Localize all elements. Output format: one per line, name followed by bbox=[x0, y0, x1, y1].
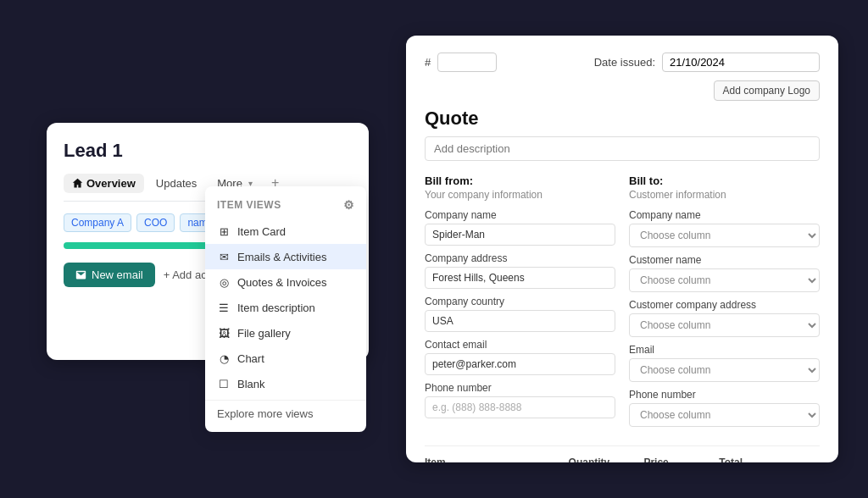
form-group-email-from: Contact email bbox=[425, 339, 615, 375]
header-total: Total bbox=[719, 456, 787, 462]
bill-from-section: Bill from: Your company information Comp… bbox=[425, 174, 615, 434]
input-address-from[interactable] bbox=[425, 267, 615, 289]
label-email-from: Contact email bbox=[425, 339, 615, 351]
quote-logo-row: Add company Logo bbox=[425, 80, 820, 101]
form-group-phone-to: Phone number Choose column bbox=[629, 389, 820, 427]
label-phone-to: Phone number bbox=[629, 389, 820, 401]
quote-number-input[interactable] bbox=[437, 53, 497, 72]
label-country-from: Company country bbox=[425, 296, 615, 307]
quote-title: Quote bbox=[425, 108, 820, 130]
items-header: Item Quantity Price Total bbox=[425, 456, 820, 462]
dropdown-item-chart-label: Chart bbox=[237, 352, 264, 365]
date-input[interactable] bbox=[662, 53, 820, 72]
dropdown-item-files[interactable]: 🖼 File gallery bbox=[205, 320, 366, 346]
label-company-name-from: Company name bbox=[425, 209, 615, 221]
dropdown-item-quotes-label: Quotes & Invoices bbox=[237, 276, 327, 289]
input-phone-from[interactable] bbox=[425, 396, 615, 418]
select-customer-name-to[interactable]: Choose column bbox=[629, 268, 820, 292]
bill-row: Bill from: Your company information Comp… bbox=[425, 174, 820, 434]
select-phone-to[interactable]: Choose column bbox=[629, 403, 820, 427]
form-group-email-to: Email Choose column bbox=[629, 344, 820, 382]
label-email-to: Email bbox=[629, 344, 820, 356]
header-quantity: Quantity bbox=[569, 456, 637, 462]
chart-icon: ◔ bbox=[217, 351, 231, 365]
dropdown-item-description-label: Item description bbox=[237, 302, 315, 314]
form-group-customer-address-to: Customer company address Choose column bbox=[629, 299, 820, 337]
dropdown-item-chart[interactable]: ◔ Chart bbox=[205, 346, 366, 371]
explore-more-views[interactable]: Explore more views bbox=[205, 400, 366, 423]
blank-icon: ☐ bbox=[217, 377, 231, 390]
file-icon: 🖼 bbox=[217, 326, 231, 340]
input-company-name-from[interactable] bbox=[425, 224, 615, 246]
desc-icon: ☰ bbox=[217, 301, 231, 314]
input-country-from[interactable] bbox=[425, 310, 615, 332]
header-item: Item bbox=[425, 456, 562, 462]
form-group-company-name-to: Company name Choose column bbox=[629, 209, 820, 247]
bill-to-section: Bill to: Customer information Company na… bbox=[629, 174, 820, 434]
input-email-from[interactable] bbox=[425, 353, 615, 375]
tag-role: COO bbox=[136, 213, 175, 232]
dropdown-item-files-label: File gallery bbox=[237, 327, 291, 340]
tab-overview[interactable]: Overview bbox=[64, 174, 144, 193]
label-customer-name-to: Customer name bbox=[629, 254, 820, 266]
form-group-customer-name-to: Customer name Choose column bbox=[629, 254, 820, 292]
dropdown-item-emails[interactable]: ✉ Emails & Activities bbox=[205, 244, 366, 269]
bill-from-subtitle: Your company information bbox=[425, 189, 615, 201]
dropdown-item-blank[interactable]: ☐ Blank bbox=[205, 371, 366, 396]
card-icon: ⊞ bbox=[217, 224, 231, 238]
email-icon: ✉ bbox=[217, 250, 231, 263]
settings-icon[interactable]: ⚙ bbox=[343, 198, 355, 212]
select-company-name-to[interactable]: Choose column bbox=[629, 224, 820, 247]
form-group-phone-from: Phone number bbox=[425, 382, 615, 418]
bill-to-title: Bill to: bbox=[629, 174, 820, 187]
form-group-company-name-from: Company name bbox=[425, 209, 615, 246]
dropdown-item-quotes[interactable]: ◎ Quotes & Invoices bbox=[205, 269, 366, 295]
label-address-from: Company address bbox=[425, 252, 615, 264]
form-group-country-from: Company country bbox=[425, 296, 615, 332]
dropdown-item-card[interactable]: ⊞ Item Card bbox=[205, 219, 366, 244]
header-delete bbox=[794, 456, 820, 462]
quote-top-row: # Date issued: bbox=[425, 53, 820, 72]
new-email-label: New email bbox=[92, 268, 143, 281]
dropdown-item-blank-label: Blank bbox=[237, 378, 265, 390]
select-email-to[interactable]: Choose column bbox=[629, 358, 820, 382]
lead-title: Lead 1 bbox=[64, 140, 352, 162]
dropdown-header: Item views ⚙ bbox=[205, 195, 366, 219]
new-email-button[interactable]: New email bbox=[64, 263, 155, 287]
items-section: Item Quantity Price Total $0 🗑 + Add lin… bbox=[425, 445, 820, 462]
tab-updates[interactable]: Updates bbox=[147, 174, 205, 193]
explore-more-label: Explore more views bbox=[217, 407, 313, 420]
quote-panel: # Date issued: Add company Logo Quote Bi… bbox=[406, 36, 838, 462]
quote-number-label: # bbox=[425, 56, 431, 69]
bill-to-subtitle: Customer information bbox=[629, 189, 820, 201]
date-label: Date issued: bbox=[594, 56, 655, 69]
quote-description-input[interactable] bbox=[425, 136, 820, 161]
bill-from-title: Bill from: bbox=[425, 174, 615, 187]
date-section: Date issued: bbox=[594, 53, 820, 72]
quote-number-section: # bbox=[425, 53, 497, 72]
dropdown-header-label: Item views bbox=[217, 199, 281, 211]
quote-icon: ◎ bbox=[217, 275, 231, 289]
dropdown-item-emails-label: Emails & Activities bbox=[237, 251, 326, 263]
dropdown-menu: Item views ⚙ ⊞ Item Card ✉ Emails & Acti… bbox=[205, 186, 366, 432]
header-price: Price bbox=[643, 456, 712, 462]
label-phone-from: Phone number bbox=[425, 382, 615, 394]
label-company-name-to: Company name bbox=[629, 209, 820, 221]
add-logo-button[interactable]: Add company Logo bbox=[714, 80, 820, 101]
tab-updates-label: Updates bbox=[156, 177, 197, 190]
dropdown-item-description[interactable]: ☰ Item description bbox=[205, 295, 366, 320]
select-customer-address-to[interactable]: Choose column bbox=[629, 313, 820, 337]
form-group-address-from: Company address bbox=[425, 252, 615, 289]
dropdown-item-card-label: Item Card bbox=[237, 225, 286, 238]
tab-overview-label: Overview bbox=[86, 177, 136, 190]
label-customer-address-to: Customer company address bbox=[629, 299, 820, 311]
tag-company: Company A bbox=[64, 213, 131, 232]
